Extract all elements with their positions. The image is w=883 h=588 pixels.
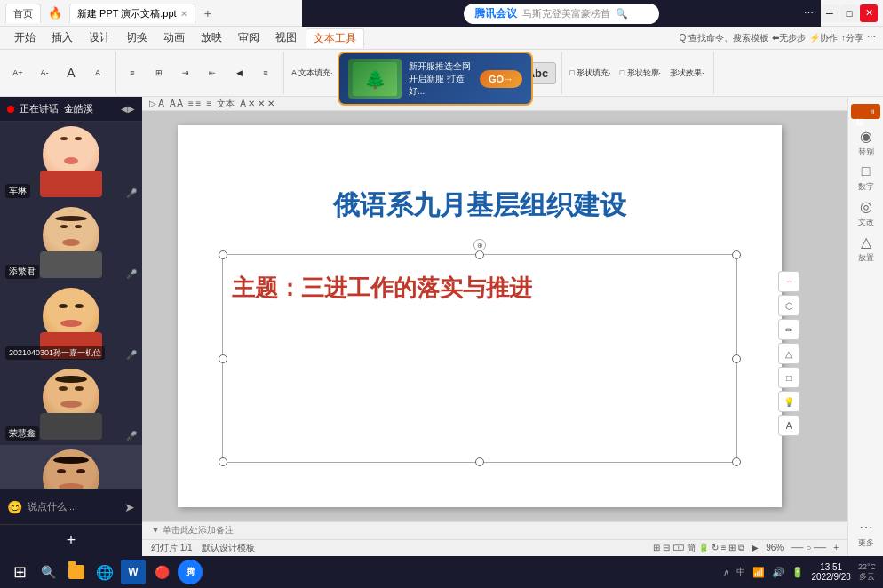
float-edit-btn[interactable]: ✏: [778, 319, 799, 340]
right-tool-loc[interactable]: ◉ 替别: [858, 128, 874, 158]
right-tool-label-6: 更多: [858, 537, 874, 549]
go-back[interactable]: ⬅无步步: [772, 32, 806, 44]
network-icon[interactable]: 📶: [752, 567, 765, 578]
search-icon[interactable]: 🔍: [616, 8, 628, 20]
right-tool-place[interactable]: △ 放置: [858, 234, 874, 264]
right-tool-num[interactable]: □ 数字: [858, 163, 874, 193]
font-clear-btn[interactable]: A: [59, 64, 84, 82]
home-tab[interactable]: 首页: [5, 4, 41, 23]
send-icon[interactable]: ➤: [124, 500, 135, 514]
speaker-icon[interactable]: 🔊: [772, 567, 784, 578]
meeting-search-bar[interactable]: 腾讯会议 马斯克登美富豪榜首 🔍: [464, 4, 659, 24]
quick-search[interactable]: Q 查找命令、搜索模板: [679, 32, 768, 44]
slide-subtitle: 主题：三进工作的落实与推进: [232, 273, 728, 304]
float-layer-btn[interactable]: ⬡: [778, 295, 799, 316]
font-smaller-btn[interactable]: A-: [32, 67, 57, 79]
handle-mr[interactable]: [732, 354, 741, 363]
handle-bc[interactable]: [475, 457, 484, 466]
participant-item: 添繁君 🎤: [0, 203, 142, 283]
tab-review[interactable]: 审阅: [231, 28, 266, 47]
align-center-btn[interactable]: ≡: [253, 67, 278, 79]
list-tools: ≡ ⊞ ⇥ ⇤ ◀ ≡: [120, 52, 284, 94]
taskbar-word[interactable]: W: [121, 560, 146, 584]
float-text-btn[interactable]: A: [778, 415, 799, 436]
battery-icon[interactable]: 🔋: [792, 567, 804, 578]
close-tab-icon[interactable]: ✕: [180, 9, 187, 19]
tab-text-tools[interactable]: 文本工具: [306, 28, 364, 48]
handle-tc[interactable]: ⊕: [475, 250, 484, 259]
ad-image: 🌲: [348, 59, 402, 99]
taskbar-files[interactable]: [64, 560, 89, 584]
right-tool-more[interactable]: ⋯ 更多: [858, 519, 874, 549]
align-left-btn[interactable]: ◀: [227, 67, 251, 79]
taskbar-search[interactable]: 🔍: [36, 560, 60, 584]
notes-bar[interactable]: ▼ 单击此处添加备注: [142, 521, 847, 538]
close-button[interactable]: ✕: [860, 4, 878, 22]
right-tool-template[interactable]: ≡ 模板: [851, 104, 880, 119]
slide[interactable]: 俄语系九月基层组织建设 ⊕: [178, 125, 782, 507]
more-icon[interactable]: ⋯: [867, 32, 876, 44]
right-tool-icon-5: △: [861, 234, 871, 250]
collaborate[interactable]: ⚡协作: [809, 32, 838, 44]
taskbar-hidden-icons[interactable]: ∧: [723, 568, 729, 577]
tab-insert[interactable]: 插入: [44, 28, 80, 47]
text-selection-box[interactable]: ⊕ 主题：三进工作的落实与推进: [222, 254, 737, 463]
participant-name-1: 车琳: [5, 184, 30, 198]
tab-design[interactable]: 设计: [82, 28, 117, 47]
minimize-button[interactable]: ─: [821, 4, 839, 22]
ad-go-button[interactable]: GO→: [480, 70, 522, 88]
float-rect-btn[interactable]: □: [778, 367, 799, 388]
taskbar-wps[interactable]: 🔴: [149, 560, 174, 584]
taskbar: ⊞ 🔍 🌐 W 🔴 腾 ∧ 中 📶 🔊 🔋 13:51 2022/9/28 22…: [0, 556, 883, 588]
emoji-icon[interactable]: 😊: [7, 500, 22, 514]
tab-animation[interactable]: 动画: [156, 28, 192, 47]
notes-placeholder: ▼ 单击此处添加备注: [151, 524, 234, 536]
indent-btn[interactable]: ⇥: [173, 67, 198, 79]
participant-item: 荣慧鑫 🎤: [0, 364, 142, 445]
text-fill-btn[interactable]: A 文本填充·: [288, 66, 337, 81]
ad-content: 新开服推选全网 开启新服 打造好...: [409, 60, 473, 98]
right-tool-icon-4: ◎: [860, 198, 872, 215]
shape-fill-btn[interactable]: □ 形状填充·: [566, 66, 614, 81]
mic-icon-1: 🎤: [126, 188, 137, 198]
taskbar-meeting[interactable]: 腾: [178, 560, 203, 584]
zoom-slider[interactable]: ── ○ ──: [791, 543, 826, 552]
right-tool-edit[interactable]: ◎ 文改: [858, 198, 874, 228]
shape-outline-btn[interactable]: □ 形状轮廓·: [617, 66, 664, 81]
new-tab-btn[interactable]: +: [199, 6, 217, 20]
bullet-list-btn[interactable]: ≡: [120, 67, 145, 79]
float-light-btn[interactable]: 💡: [778, 391, 799, 412]
taskbar-edge[interactable]: 🌐: [92, 560, 117, 584]
tab-view[interactable]: 视图: [268, 28, 304, 47]
meeting-menu-icon[interactable]: ⋯: [804, 8, 814, 20]
comment-input-placeholder[interactable]: 说点什么...: [28, 500, 119, 513]
handle-tr[interactable]: [732, 250, 741, 259]
tab-transition[interactable]: 切换: [119, 28, 155, 47]
ime-icon[interactable]: 中: [736, 566, 745, 578]
start-button[interactable]: ⊞: [7, 560, 32, 584]
clock[interactable]: 13:51 2022/9/28: [811, 562, 851, 582]
slide-page-info: 幻灯片 1/1: [151, 542, 193, 554]
float-minus-btn[interactable]: −: [778, 271, 799, 292]
handle-ml[interactable]: [219, 354, 227, 363]
float-shape-btn[interactable]: △: [778, 343, 799, 364]
playback-btn[interactable]: ▶: [752, 543, 759, 552]
file-tab[interactable]: 新建 PPT 演示文稿.ppt ✕: [69, 4, 195, 23]
zoom-in-btn[interactable]: +: [833, 543, 839, 552]
maximize-button[interactable]: □: [840, 4, 858, 22]
handle-bl[interactable]: [219, 457, 227, 466]
font-change-btn[interactable]: A: [85, 67, 110, 79]
font-larger-btn[interactable]: A+: [5, 67, 30, 79]
tab-start[interactable]: 开始: [7, 28, 43, 47]
recording-dot: [7, 106, 14, 113]
outdent-btn[interactable]: ⇤: [200, 67, 225, 79]
number-list-btn[interactable]: ⊞: [147, 67, 171, 79]
expand-button[interactable]: ◀▶: [121, 104, 135, 114]
shape-effect-btn[interactable]: 形状效果·: [666, 66, 708, 81]
share[interactable]: ↑分享: [841, 32, 863, 44]
tab-slideshow[interactable]: 放映: [194, 28, 229, 47]
add-participant-btn[interactable]: +: [0, 524, 142, 556]
clock-time: 13:51: [820, 562, 842, 572]
handle-tl[interactable]: [219, 250, 227, 259]
handle-br[interactable]: [732, 457, 741, 466]
